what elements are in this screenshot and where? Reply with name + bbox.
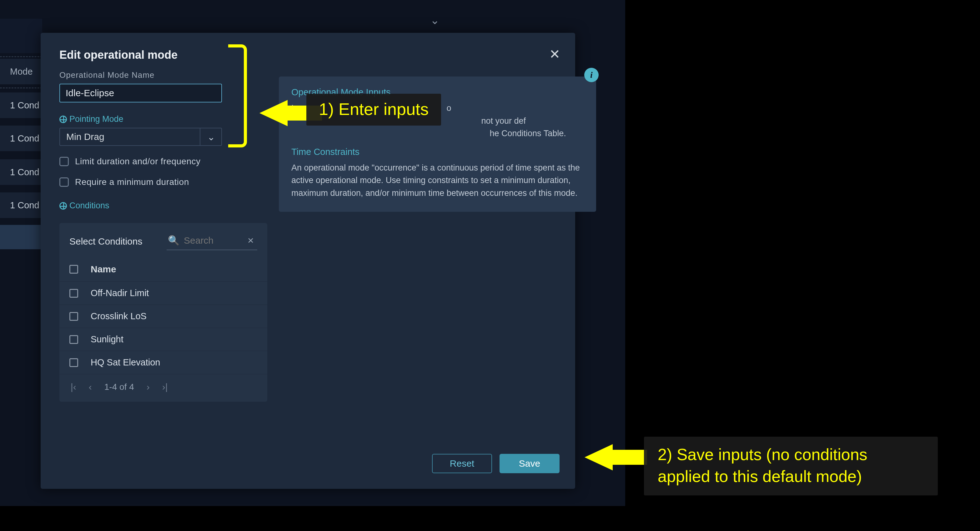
pager-status: 1-4 of 4 bbox=[104, 382, 134, 392]
bg-row: 1 Cond bbox=[0, 92, 42, 119]
close-icon[interactable]: ✕ bbox=[546, 46, 563, 62]
pointing-mode-select[interactable]: Min Drag ⌄ bbox=[59, 128, 222, 146]
conditions-label-text: Conditions bbox=[69, 201, 110, 211]
pointing-mode-label-text: Pointing Mode bbox=[69, 114, 124, 124]
pointing-mode-value: Min Drag bbox=[66, 132, 104, 142]
checkbox-icon[interactable] bbox=[69, 335, 78, 344]
condition-row[interactable]: Sunlight bbox=[59, 328, 267, 351]
conditions-table-header: Name bbox=[59, 257, 267, 282]
conditions-panel-title: Select Conditions bbox=[69, 236, 142, 247]
pointing-mode-label[interactable]: Pointing Mode bbox=[59, 114, 124, 124]
checkbox-icon[interactable] bbox=[69, 358, 78, 367]
bg-mode-label: Mode bbox=[10, 67, 33, 77]
reset-button-label: Reset bbox=[450, 458, 474, 469]
bg-mode-header: Mode bbox=[0, 59, 42, 85]
bg-row-text: 1 Cond bbox=[10, 167, 40, 178]
chevron-down-icon: ⌄ bbox=[200, 128, 215, 145]
condition-name: Sunlight bbox=[91, 334, 124, 344]
require-min-duration-label: Require a minimum duration bbox=[75, 177, 189, 187]
globe-icon bbox=[59, 202, 67, 209]
pager-prev-icon[interactable]: ‹ bbox=[89, 382, 92, 392]
conditions-col-name: Name bbox=[91, 264, 116, 274]
reset-button[interactable]: Reset bbox=[432, 454, 492, 473]
limit-duration-checkbox-row[interactable]: Limit duration and/or frequency bbox=[59, 157, 258, 166]
arrow-shaft bbox=[613, 450, 647, 465]
conditions-search-input[interactable] bbox=[184, 235, 243, 246]
save-button[interactable]: Save bbox=[500, 454, 560, 473]
operational-mode-name-input[interactable] bbox=[59, 84, 222, 103]
bg-row-text: 1 Cond bbox=[10, 200, 40, 211]
help-text-time: An operational mode "occurrence" is a co… bbox=[291, 162, 584, 200]
conditions-label[interactable]: Conditions bbox=[59, 201, 110, 211]
conditions-panel: Select Conditions 🔍 × Name Off-Nadir Lim… bbox=[59, 223, 267, 402]
checkbox-icon[interactable] bbox=[59, 157, 69, 166]
bg-row-text: 1 Cond bbox=[10, 133, 40, 144]
require-min-duration-checkbox-row[interactable]: Require a minimum duration bbox=[59, 177, 258, 187]
modal-title: Edit operational mode bbox=[59, 48, 557, 62]
globe-icon bbox=[59, 116, 67, 123]
conditions-search[interactable]: 🔍 × bbox=[167, 232, 257, 250]
annotation-callout-2: 2) Save inputs (no conditions applied to… bbox=[644, 437, 938, 495]
bg-row: 1 Cond bbox=[0, 159, 42, 185]
bg-panel-strip bbox=[0, 19, 42, 53]
condition-name: Crosslink LoS bbox=[91, 311, 146, 322]
annotation-arrow-2 bbox=[585, 444, 647, 471]
help-heading-time: Time Constraints bbox=[291, 147, 584, 157]
checkbox-icon[interactable] bbox=[69, 312, 78, 321]
pager-next-icon[interactable]: › bbox=[146, 382, 150, 392]
condition-name: Off-Nadir Limit bbox=[91, 288, 149, 298]
info-icon[interactable]: i bbox=[584, 68, 599, 82]
chevron-down-icon[interactable]: ⌄ bbox=[424, 13, 446, 28]
select-all-checkbox[interactable] bbox=[69, 265, 78, 274]
bg-add-row[interactable] bbox=[0, 225, 42, 249]
checkbox-icon[interactable] bbox=[59, 178, 69, 187]
pager-last-icon[interactable]: ›| bbox=[162, 382, 168, 392]
clear-icon[interactable]: × bbox=[248, 234, 254, 246]
annotation-bracket bbox=[228, 44, 247, 147]
condition-row[interactable]: HQ Sat Elevation bbox=[59, 351, 267, 374]
bg-divider bbox=[0, 87, 42, 89]
bg-row: 1 Cond bbox=[0, 125, 42, 152]
arrow-left-icon bbox=[585, 444, 613, 471]
limit-duration-label: Limit duration and/or frequency bbox=[75, 157, 201, 166]
condition-row[interactable]: Crosslink LoS bbox=[59, 305, 267, 328]
checkbox-icon[interactable] bbox=[69, 289, 78, 298]
save-button-label: Save bbox=[519, 458, 540, 469]
bg-divider bbox=[0, 56, 42, 57]
arrow-left-icon bbox=[259, 100, 288, 126]
conditions-pager: |‹ ‹ 1-4 of 4 › ›| bbox=[59, 374, 267, 402]
modal-footer: Reset Save bbox=[432, 454, 560, 473]
annotation-callout-1: 1) Enter inputs bbox=[306, 94, 441, 125]
search-icon: 🔍 bbox=[168, 235, 180, 246]
bg-row-text: 1 Cond bbox=[10, 100, 40, 111]
pager-first-icon[interactable]: |‹ bbox=[71, 382, 76, 392]
condition-name: HQ Sat Elevation bbox=[91, 357, 160, 368]
condition-row[interactable]: Off-Nadir Limit bbox=[59, 282, 267, 305]
bg-row: 1 Cond bbox=[0, 192, 42, 219]
